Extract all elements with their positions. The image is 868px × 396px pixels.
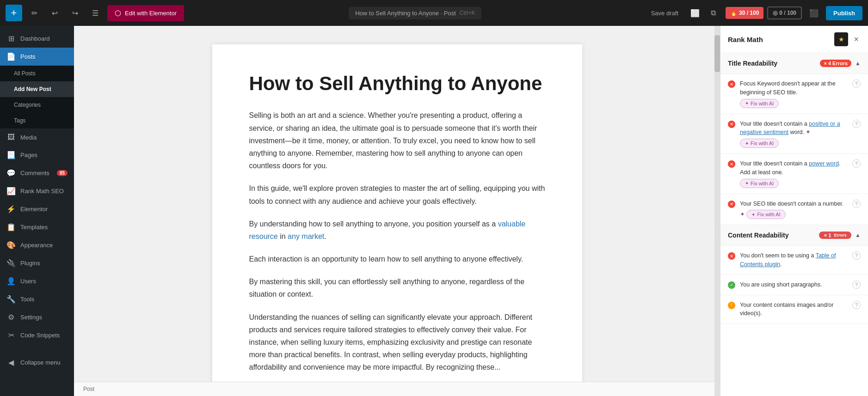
sidebar-subitem-label: Categories — [14, 102, 41, 108]
elementor-icon: ⬡ — [115, 9, 121, 18]
sidebar-item-plugins[interactable]: 🔌 Plugins — [0, 254, 74, 272]
help-icon-5[interactable]: ? — [852, 251, 861, 260]
star-icon: ★ — [838, 36, 844, 43]
tools-icon: 🔧 — [6, 295, 16, 304]
sidebar-toggle-button[interactable]: ⬛ — [806, 5, 822, 21]
redo-button[interactable]: ↪ — [67, 5, 83, 21]
paragraph-6[interactable]: Understanding the nuances of selling can… — [249, 311, 545, 374]
edit-pencil-button[interactable]: ✏ — [26, 5, 43, 21]
chevron-up-icon-2: ▲ — [855, 232, 861, 238]
sidebar-subitem-label: Add New Post — [14, 86, 51, 92]
sidebar-item-dashboard[interactable]: ⊞ Dashboard — [0, 30, 74, 48]
sidebar-item-label: Settings — [20, 314, 42, 321]
toolbar-center: How to Sell Anything to Anyone · Post Ct… — [188, 7, 643, 19]
sidebar-item-add-new-post[interactable]: Add New Post — [0, 81, 74, 97]
power-word-link[interactable]: power word — [809, 160, 839, 167]
editor-content[interactable]: How to Sell Anything to Anyone Selling i… — [212, 44, 582, 382]
seo-score-icon: 🔥 — [730, 10, 737, 16]
help-icon-7[interactable]: ? — [852, 301, 861, 309]
sidebar-item-label: Elementor — [20, 206, 48, 213]
scrollbar-track[interactable] — [714, 26, 720, 396]
sidebar-item-label: Collapse menu — [20, 359, 61, 366]
content-error-item-1: ✕ You don't seem to be using a Table of … — [720, 246, 868, 275]
error-item-4: ✕ Your SEO title doesn't contain a numbe… — [720, 194, 868, 225]
toc-plugin-link[interactable]: Table of Contents plugin — [740, 252, 836, 268]
ai-sparkle-icon-1: ✦ — [745, 101, 749, 106]
sidebar-item-label: Media — [20, 134, 37, 141]
sidebar-subitem-label: Tags — [14, 117, 25, 124]
paragraph-1[interactable]: Selling is both an art and a science. Wh… — [249, 109, 545, 172]
sidebar-item-label: Users — [20, 278, 36, 285]
rankmath-body: Title Readability × 4 Errors ▲ ✕ Focus K… — [720, 53, 868, 396]
mobile-view-button[interactable]: ⧉ — [705, 5, 722, 21]
rankmath-panel: Rank Math ★ × Title Readability × 4 Erro… — [720, 26, 868, 396]
seo-score-button[interactable]: 🔥 30 / 100 — [726, 7, 763, 19]
sidebar-item-categories[interactable]: Categories — [0, 97, 74, 113]
help-icon-1[interactable]: ? — [852, 79, 861, 88]
sentiment-link[interactable]: positive or a negative sentiment — [740, 121, 840, 136]
sidebar-item-appearance[interactable]: 🎨 Appearance — [0, 236, 74, 254]
section-title-readability: Title Readability — [728, 60, 816, 67]
help-icon-6[interactable]: ? — [852, 280, 861, 289]
settings-icon: ⚙ — [6, 313, 16, 322]
sidebar-item-label: Comments — [20, 170, 49, 177]
help-icon-2[interactable]: ? — [852, 120, 861, 128]
scrollbar-thumb[interactable] — [714, 35, 720, 72]
undo-button[interactable]: ↩ — [46, 5, 63, 21]
comments-badge: 85 — [57, 170, 68, 176]
highlight-2: any market — [288, 232, 324, 240]
readability-icon: ◎ — [773, 10, 777, 16]
help-icon-4[interactable]: ? — [852, 200, 861, 208]
elementor-label: Edit with Elementor — [125, 10, 177, 17]
title-readability-header[interactable]: Title Readability × 4 Errors ▲ — [720, 53, 868, 74]
editor-scroll[interactable]: How to Sell Anything to Anyone Selling i… — [74, 26, 720, 382]
post-title[interactable]: How to Sell Anything to Anyone — [249, 72, 545, 95]
fix-ai-inline-icon: ✦ — [806, 129, 811, 135]
fix-ai-button-1[interactable]: ✦ Fix with AI — [740, 99, 779, 108]
undo-icon: ↩ — [52, 9, 58, 18]
users-icon: 👤 — [6, 277, 16, 286]
post-body[interactable]: Selling is both an art and a science. Wh… — [249, 109, 545, 373]
rankmath-close-button[interactable]: × — [852, 33, 861, 46]
sidebar-item-pages[interactable]: 📃 Pages — [0, 146, 74, 164]
templates-icon: 📋 — [6, 223, 16, 232]
sidebar-item-comments[interactable]: 💬 Comments 85 — [0, 164, 74, 182]
sidebar-item-media[interactable]: 🖼 Media — [0, 128, 74, 146]
paragraph-2[interactable]: In this guide, we'll explore proven stra… — [249, 182, 545, 207]
sidebar-item-label: Rank Math SEO — [20, 188, 64, 195]
sidebar-item-posts[interactable]: 📄 Posts — [0, 48, 74, 66]
publish-button[interactable]: Publish — [826, 6, 862, 20]
list-view-button[interactable]: ☰ — [87, 5, 104, 21]
readability-score-button[interactable]: ◎ 0 / 100 — [767, 6, 802, 19]
sidebar-item-users[interactable]: 👤 Users — [0, 272, 74, 290]
add-block-button[interactable]: + — [6, 5, 22, 21]
content-readability-header[interactable]: Content Readability × 1Errors ▲ — [720, 225, 868, 246]
help-icon-3[interactable]: ? — [852, 159, 861, 168]
content-warning-item-1: ! Your content contains images and/or vi… — [720, 295, 868, 324]
sidebar-item-rankmath[interactable]: 📈 Rank Math SEO — [0, 182, 74, 200]
sidebar-item-tools[interactable]: 🔧 Tools — [0, 290, 74, 308]
rankmath-star-button[interactable]: ★ — [834, 32, 848, 46]
sidebar-item-code-snippets[interactable]: ✂ Code Snippets — [0, 326, 74, 344]
sidebar-item-label: Plugins — [20, 260, 40, 267]
error-icon-red-2: ✕ — [728, 121, 735, 128]
sidebar-item-settings[interactable]: ⚙ Settings — [0, 308, 74, 326]
error-item-1: ✕ Focus Keyword doesn't appear at the be… — [720, 74, 868, 114]
sidebar-item-label: Posts — [20, 53, 36, 60]
sidebar-item-elementor[interactable]: ⚡ Elementor — [0, 200, 74, 218]
paragraph-4[interactable]: Each interaction is an opportunity to le… — [249, 253, 545, 265]
paragraph-5[interactable]: By mastering this skill, you can effortl… — [249, 275, 545, 300]
list-icon: ☰ — [92, 9, 98, 18]
sidebar-item-tags[interactable]: Tags — [0, 113, 74, 128]
save-draft-button[interactable]: Save draft — [646, 7, 683, 19]
sidebar-item-templates[interactable]: 📋 Templates — [0, 218, 74, 236]
paragraph-3[interactable]: By understanding how to sell anything to… — [249, 218, 545, 243]
fix-ai-button-4[interactable]: ✦ Fix with AI — [746, 210, 785, 219]
edit-with-elementor-button[interactable]: ⬡ Edit with Elementor — [107, 5, 184, 21]
sidebar-item-all-posts[interactable]: All Posts — [0, 66, 74, 81]
fix-ai-button-3[interactable]: ✦ Fix with AI — [740, 179, 779, 188]
fix-ai-button-2[interactable]: ✦ Fix with AI — [740, 139, 779, 148]
content-error-text-1: You don't seem to be using a Table of Co… — [740, 251, 848, 269]
sidebar-item-collapse[interactable]: ◀ Collapse menu — [0, 353, 74, 372]
desktop-view-button[interactable]: ⬜ — [687, 5, 703, 21]
